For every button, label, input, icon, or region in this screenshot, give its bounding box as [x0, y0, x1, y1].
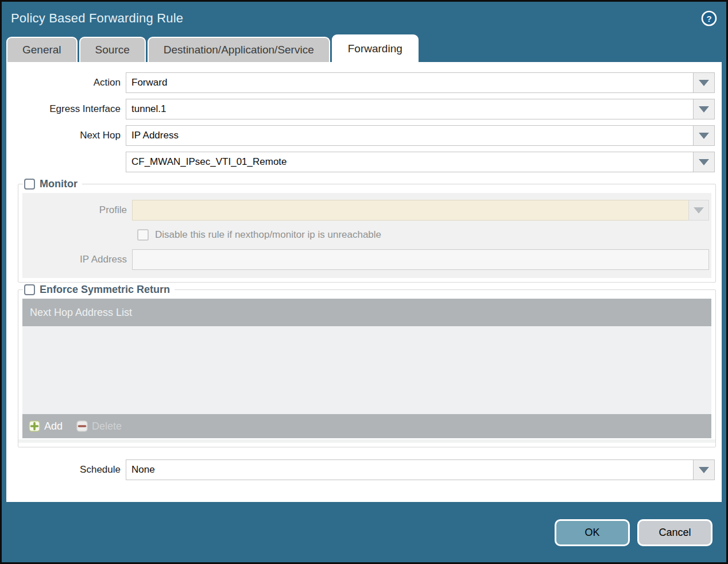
tab-forwarding[interactable]: Forwarding — [332, 34, 419, 62]
monitor-ip-address-label: IP Address — [22, 254, 132, 265]
profile-row: Profile — [22, 200, 711, 221]
profile-label: Profile — [22, 204, 132, 216]
ok-button[interactable]: OK — [555, 519, 630, 546]
chevron-down-icon — [694, 207, 704, 214]
forwarding-tab-panel: Action Forward Egress Interface tunnel.1… — [6, 62, 722, 502]
help-icon[interactable]: ? — [701, 10, 717, 26]
egress-interface-select[interactable]: tunnel.1 — [126, 99, 715, 119]
next-hop-address-list-table: Next Hop Address List Add — [22, 299, 711, 443]
monitor-legend: Monitor — [23, 178, 82, 190]
next-hop-address-value: CF_MWAN_IPsec_VTI_01_Remote — [126, 152, 693, 172]
monitor-ip-address-field — [132, 249, 709, 270]
schedule-select[interactable]: None — [126, 459, 715, 480]
schedule-row: Schedule None — [6, 459, 715, 480]
chevron-down-icon — [699, 106, 709, 113]
disable-rule-label: Disable this rule if nexthop/monitor ip … — [155, 229, 381, 241]
next-hop-label: Next Hop — [6, 130, 126, 141]
action-label: Action — [6, 77, 126, 88]
schedule-dropdown-button[interactable] — [693, 460, 714, 480]
add-button[interactable]: Add — [29, 420, 63, 432]
next-hop-type-value: IP Address — [126, 126, 693, 145]
egress-interface-dropdown-button[interactable] — [693, 99, 714, 119]
next-hop-address-list-toolbar: Add Delete — [22, 414, 711, 438]
enforce-symmetric-return-checkbox[interactable] — [24, 284, 35, 295]
dialog-footer: OK Cancel — [2, 503, 726, 562]
egress-interface-label: Egress Interface — [6, 103, 126, 115]
minus-icon — [76, 420, 88, 432]
dialog-title: Policy Based Forwarding Rule — [11, 11, 183, 26]
dialog-titlebar: Policy Based Forwarding Rule ? — [2, 2, 726, 34]
enforce-symmetric-return-title: Enforce Symmetric Return — [40, 284, 170, 296]
monitor-panel: Profile Disable this rule if nexthop/mon… — [22, 193, 711, 278]
schedule-label: Schedule — [6, 464, 126, 476]
add-button-label: Add — [44, 420, 63, 432]
tab-source[interactable]: Source — [79, 37, 146, 62]
cancel-button[interactable]: Cancel — [637, 519, 712, 546]
enforce-symmetric-return-fieldset: Enforce Symmetric Return Next Hop Addres… — [18, 284, 716, 447]
egress-interface-value: tunnel.1 — [126, 99, 693, 119]
next-hop-address-select[interactable]: CF_MWAN_IPsec_VTI_01_Remote — [126, 152, 715, 172]
egress-interface-row: Egress Interface tunnel.1 — [6, 99, 715, 119]
next-hop-dropdown-button[interactable] — [693, 126, 714, 145]
next-hop-address-list-body[interactable] — [22, 326, 711, 414]
monitor-ip-address-row: IP Address — [22, 249, 711, 270]
disable-rule-checkbox — [137, 229, 149, 241]
table-bottom-strip — [18, 439, 715, 443]
profile-dropdown-button — [688, 200, 709, 221]
action-row: Action Forward — [6, 72, 715, 93]
plus-icon — [29, 420, 40, 432]
next-hop-type-select[interactable]: IP Address — [126, 125, 715, 146]
tab-destination-application-service[interactable]: Destination/Application/Service — [148, 37, 330, 62]
next-hop-address-dropdown-button[interactable] — [693, 152, 714, 172]
next-hop-address-row: CF_MWAN_IPsec_VTI_01_Remote — [6, 152, 715, 172]
svg-text:?: ? — [706, 13, 711, 23]
action-select[interactable]: Forward — [126, 72, 715, 93]
chevron-down-icon — [699, 80, 709, 86]
tab-bar: General Source Destination/Application/S… — [2, 34, 726, 62]
chevron-down-icon — [699, 133, 709, 139]
action-value: Forward — [126, 73, 693, 92]
monitor-title: Monitor — [40, 178, 78, 190]
chevron-down-icon — [699, 159, 709, 165]
delete-button[interactable]: Delete — [76, 420, 122, 432]
enforce-symmetric-return-legend: Enforce Symmetric Return — [23, 284, 175, 296]
chevron-down-icon — [699, 467, 709, 473]
action-dropdown-button[interactable] — [693, 73, 714, 92]
policy-based-forwarding-dialog: Policy Based Forwarding Rule ? General S… — [0, 0, 728, 564]
profile-value — [132, 200, 688, 221]
next-hop-row: Next Hop IP Address — [6, 125, 715, 146]
monitor-checkbox[interactable] — [24, 179, 35, 190]
delete-button-label: Delete — [92, 420, 122, 432]
profile-select-disabled — [132, 200, 709, 221]
monitor-fieldset: Monitor Profile Disable this rule if nex… — [18, 178, 716, 283]
schedule-value: None — [126, 460, 693, 480]
tab-general[interactable]: General — [6, 37, 78, 62]
next-hop-address-list-header: Next Hop Address List — [22, 299, 711, 326]
disable-rule-row: Disable this rule if nexthop/monitor ip … — [137, 229, 711, 241]
